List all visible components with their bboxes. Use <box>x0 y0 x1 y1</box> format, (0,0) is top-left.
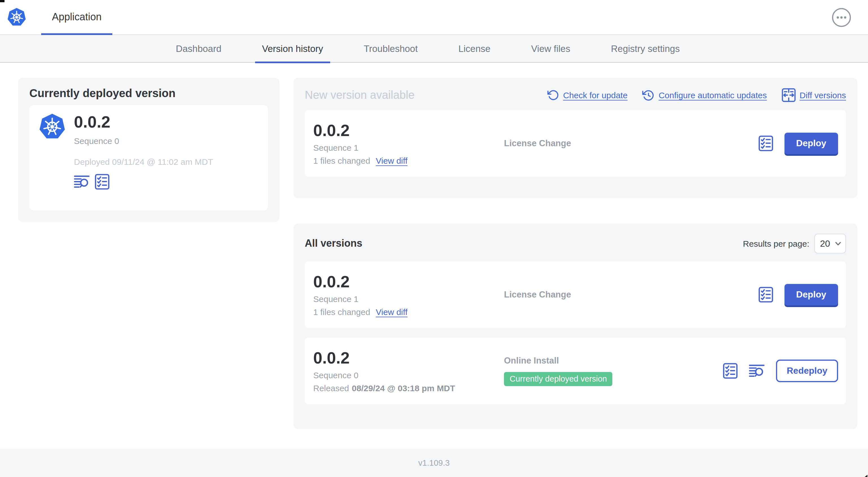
refresh-icon <box>547 89 559 101</box>
row-version-number: 0.0.2 <box>313 121 504 140</box>
scheduled-update-icon <box>642 89 655 101</box>
preflight-checks-icon[interactable] <box>723 363 738 379</box>
results-per-page-label: Results per page: <box>743 239 809 248</box>
kubernetes-app-icon <box>38 113 66 203</box>
active-tab-indicator <box>255 62 330 63</box>
console-version: v1.109.3 <box>418 458 450 468</box>
tab-registry-settings[interactable]: Registry settings <box>604 35 687 63</box>
files-changed-label: 1 files changed <box>313 307 370 317</box>
tab-label: License <box>458 43 490 54</box>
version-source: Online Install <box>504 356 723 366</box>
view-deploy-logs-icon[interactable] <box>74 175 90 189</box>
current-sequence: Sequence 0 <box>74 136 213 146</box>
tab-label: Dashboard <box>176 43 221 54</box>
row-sequence: Sequence 1 <box>313 294 504 304</box>
deploy-button[interactable]: Deploy <box>784 284 838 305</box>
row-version-number: 0.0.2 <box>313 273 504 291</box>
tab-label: Version history <box>262 43 323 54</box>
current-version-detail: 0.0.2 Sequence 0 Deployed 09/11/24 @ 11:… <box>29 105 268 211</box>
app-tab-label: Application <box>52 11 101 23</box>
view-deploy-logs-icon[interactable] <box>749 364 765 378</box>
preflight-checks-icon[interactable] <box>95 174 110 190</box>
app-tab[interactable]: Application <box>41 0 112 35</box>
tab-label: View files <box>531 43 570 54</box>
released-timestamp: Released08/29/24 @ 03:18 pm MDT <box>313 383 504 393</box>
released-date: 08/29/24 @ 03:18 pm MDT <box>352 383 455 393</box>
tab-dashboard[interactable]: Dashboard <box>169 35 228 63</box>
check-for-update-link[interactable]: Check for update <box>547 89 627 101</box>
preflight-checks-icon[interactable] <box>758 136 773 151</box>
current-version-title: Currently deployed version <box>29 87 268 100</box>
check-for-update-label: Check for update <box>563 90 627 100</box>
tab-license[interactable]: License <box>452 35 497 63</box>
configure-automatic-updates-link[interactable]: Configure automatic updates <box>642 89 767 101</box>
results-per-page-select[interactable]: 20 <box>814 234 846 254</box>
diff-versions-label: Diff versions <box>799 90 846 100</box>
kubernetes-logo-icon <box>7 7 27 27</box>
diff-icon <box>781 88 796 102</box>
app-tab-active-indicator <box>41 33 112 35</box>
configure-automatic-updates-label: Configure automatic updates <box>659 90 767 100</box>
current-version-card: Currently deployed version 0.0.2 Sequenc… <box>18 78 279 222</box>
tab-label: Registry settings <box>611 43 680 54</box>
overflow-menu-button[interactable] <box>832 8 851 27</box>
row-sequence: Sequence 0 <box>313 370 504 380</box>
row-version-number: 0.0.2 <box>313 349 504 367</box>
tab-troubleshoot[interactable]: Troubleshoot <box>357 35 425 63</box>
all-versions-card: All versions Results per page: 20 0.0.2 … <box>293 223 857 429</box>
all-versions-title: All versions <box>305 238 362 249</box>
screenshot-corner-artifact <box>0 0 4 2</box>
page-footer: v1.109.3 <box>0 449 868 477</box>
current-version-number: 0.0.2 <box>74 113 213 131</box>
new-version-card: New version available Check for update C… <box>293 78 857 198</box>
tab-version-history[interactable]: Version history <box>255 35 330 63</box>
deploy-button[interactable]: Deploy <box>784 133 838 154</box>
released-label: Released <box>313 383 349 393</box>
chevron-down-icon <box>835 242 841 245</box>
view-diff-link[interactable]: View diff <box>376 156 407 166</box>
tab-view-files[interactable]: View files <box>524 35 577 63</box>
new-version-title: New version available <box>305 89 414 101</box>
version-row-sequence-1: 0.0.2 Sequence 1 1 files changed View di… <box>305 261 846 328</box>
results-per-page-value: 20 <box>820 239 830 249</box>
row-sequence: Sequence 1 <box>313 143 504 152</box>
version-row-sequence-0: 0.0.2 Sequence 0 Released08/29/24 @ 03:1… <box>305 337 846 404</box>
preflight-checks-icon[interactable] <box>758 287 773 303</box>
app-header: Application <box>0 0 868 35</box>
currently-deployed-badge: Currently deployed version <box>504 372 613 386</box>
version-source: License Change <box>504 290 758 300</box>
diff-versions-link[interactable]: Diff versions <box>781 88 846 102</box>
files-changed-label: 1 files changed <box>313 156 370 166</box>
ellipsis-icon <box>832 8 851 27</box>
view-diff-link[interactable]: View diff <box>376 307 407 317</box>
new-version-row: 0.0.2 Sequence 1 1 files changed View di… <box>305 110 846 177</box>
kots-admin-console: Application Dashboard Version history Tr… <box>0 0 868 477</box>
redeploy-button[interactable]: Redeploy <box>776 360 838 382</box>
deployed-timestamp: Deployed 09/11/24 @ 11:02 am MDT <box>74 157 213 167</box>
main-nav: Dashboard Version history Troubleshoot L… <box>0 35 868 63</box>
version-source: License Change <box>504 138 758 148</box>
update-actions: Check for update Configure automatic upd… <box>547 88 846 102</box>
tab-label: Troubleshoot <box>364 43 417 54</box>
